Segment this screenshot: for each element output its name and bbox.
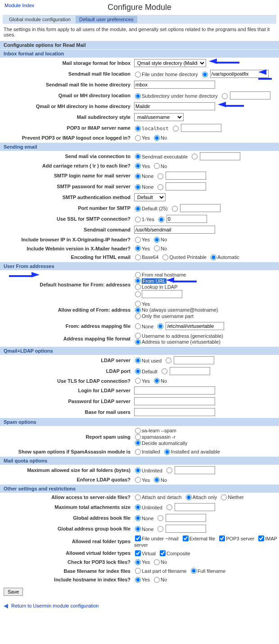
radio-prevent-yes[interactable] <box>135 135 141 141</box>
radio-spam-sa[interactable] <box>135 434 141 440</box>
tab-global-config[interactable]: Global module configuration <box>5 16 74 23</box>
radio-fromhost-real[interactable] <box>135 272 141 278</box>
input-ldap-base[interactable] <box>134 408 215 416</box>
radio-ldap-port-val[interactable] <box>162 368 167 374</box>
radio-sf-neither[interactable] <box>221 494 227 500</box>
select-smtp-auth[interactable]: Default <box>134 193 166 201</box>
radio-editfrom-no[interactable] <box>135 307 141 313</box>
save-button[interactable]: Save <box>4 588 23 596</box>
radio-addrgroup-val[interactable] <box>158 526 163 532</box>
radio-smtp-pass-val[interactable] <box>158 184 163 190</box>
input-ldap-login[interactable] <box>134 386 215 395</box>
input-ldap-pass[interactable] <box>134 397 215 405</box>
input-smtp-port[interactable] <box>180 204 220 212</box>
select-mail-storage[interactable]: Qmail style directory (Maildir) <box>134 59 206 67</box>
input-pop3-other[interactable] <box>181 124 221 132</box>
radio-baseidx-full[interactable] <box>191 568 197 574</box>
radio-ldap-tls-no[interactable] <box>154 378 160 384</box>
radio-editfrom-user[interactable] <box>135 313 141 319</box>
input-ldap-server[interactable] <box>174 356 214 364</box>
check-rf-ext[interactable] <box>183 535 189 541</box>
radio-fromhost-ldap[interactable] <box>135 284 141 290</box>
radio-sendmail-path[interactable] <box>202 72 208 77</box>
radio-xorig-no[interactable] <box>154 237 160 243</box>
check-vf-virtual[interactable] <box>135 550 141 556</box>
radio-addrgroup-none[interactable] <box>135 526 141 532</box>
radio-maxattach-val[interactable] <box>166 504 172 510</box>
radio-quota-val[interactable] <box>166 467 172 473</box>
radio-sendmail-home[interactable] <box>135 72 141 77</box>
radio-quota-unlimited[interactable] <box>135 467 141 473</box>
input-maxattach[interactable] <box>175 503 215 511</box>
radio-pop3-localhost[interactable] <box>135 126 141 132</box>
radio-spam-salearn[interactable] <box>135 428 141 434</box>
radio-qmail-subdir[interactable] <box>135 93 141 99</box>
input-sendmail-path[interactable] <box>210 70 269 78</box>
input-addrbook[interactable] <box>166 514 206 522</box>
radio-send-other[interactable] <box>192 154 198 159</box>
select-mail-subdir-style[interactable]: mail/username <box>134 113 184 121</box>
radio-smtp-port-val[interactable] <box>172 206 178 212</box>
radio-spam-available[interactable] <box>164 449 170 455</box>
input-mapfile[interactable] <box>166 322 224 330</box>
input-ldap-port[interactable] <box>170 367 210 375</box>
radio-spam-auto[interactable] <box>135 440 141 446</box>
radio-editfrom-yes[interactable] <box>135 301 141 307</box>
radio-smtp-login-val[interactable] <box>158 173 163 179</box>
radio-mapfile-val[interactable] <box>158 323 163 329</box>
radio-ldap-port-default[interactable] <box>135 368 141 374</box>
radio-send-sendmail[interactable] <box>135 154 141 159</box>
input-qmail-other[interactable] <box>230 91 270 100</box>
radio-sf-detach[interactable] <box>135 494 141 500</box>
radio-xmailer-yes[interactable] <box>135 245 141 251</box>
radio-inclhost-no[interactable] <box>154 577 160 583</box>
module-index-link[interactable]: Module Index <box>4 3 34 8</box>
input-smtp-login[interactable] <box>166 172 206 180</box>
input-fromhost-other[interactable] <box>142 290 182 298</box>
radio-xorig-yes[interactable] <box>135 237 141 243</box>
radio-smtp-login-none[interactable] <box>135 173 141 179</box>
radio-enforce-no[interactable] <box>154 477 160 483</box>
radio-ldap-server-val[interactable] <box>166 358 171 363</box>
radio-prevent-no[interactable] <box>154 135 160 141</box>
radio-sf-attach[interactable] <box>186 494 192 500</box>
radio-xmailer-no[interactable] <box>154 245 160 251</box>
radio-lock-yes[interactable] <box>135 559 141 565</box>
radio-mapfmt-virt[interactable] <box>135 339 141 345</box>
radio-ldap-tls-yes[interactable] <box>135 378 141 384</box>
radio-ssl-val[interactable] <box>158 217 164 222</box>
radio-fromhost-other[interactable] <box>135 291 141 297</box>
radio-enc-auto[interactable] <box>211 254 216 260</box>
radio-mapfile-none[interactable] <box>135 323 141 329</box>
radio-addrbook-val[interactable] <box>158 515 163 521</box>
check-rf-file[interactable] <box>135 535 141 541</box>
check-vf-composite[interactable] <box>160 550 166 556</box>
input-send-other[interactable] <box>200 152 240 160</box>
radio-ssl-yes[interactable] <box>135 217 141 222</box>
check-rf-pop3[interactable] <box>219 535 225 541</box>
input-qmail-home-dir[interactable] <box>134 102 215 110</box>
input-ssl-val[interactable] <box>166 215 207 223</box>
radio-inclhost-yes[interactable] <box>135 577 141 583</box>
radio-smtp-port-default[interactable] <box>135 206 141 212</box>
radio-baseidx-last[interactable] <box>135 568 141 574</box>
radio-cr-yes[interactable] <box>135 163 141 169</box>
input-sendmail-home-file[interactable] <box>134 81 215 89</box>
radio-addrbook-none[interactable] <box>135 515 141 521</box>
radio-mapfmt-generic[interactable] <box>135 333 141 339</box>
back-link[interactable]: Return to Usermin module configuration <box>11 603 99 608</box>
radio-enforce-yes[interactable] <box>135 477 141 483</box>
input-quota-val[interactable] <box>175 466 215 474</box>
radio-maxattach-unlimited[interactable] <box>135 504 141 510</box>
radio-ldap-server-none[interactable] <box>135 358 141 363</box>
input-sendmail-cmd[interactable] <box>134 226 215 234</box>
input-smtp-pass[interactable] <box>166 182 206 190</box>
check-rf-imap[interactable] <box>258 535 264 541</box>
input-addrgroup[interactable] <box>166 525 206 533</box>
radio-qmail-other[interactable] <box>222 93 228 99</box>
radio-spam-installed[interactable] <box>135 449 141 455</box>
radio-fromhost-url[interactable] <box>135 278 141 284</box>
radio-cr-no[interactable] <box>154 163 160 169</box>
radio-enc-base64[interactable] <box>135 254 141 260</box>
radio-enc-qp[interactable] <box>162 254 168 260</box>
